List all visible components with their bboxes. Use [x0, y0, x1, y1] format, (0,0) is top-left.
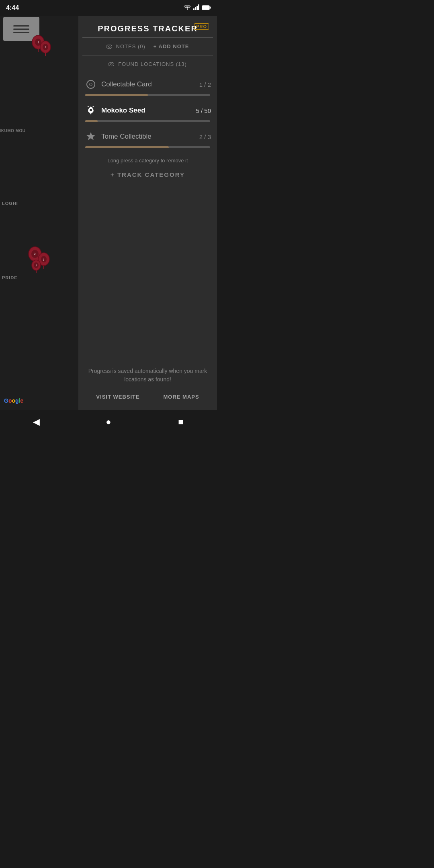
google-logo: Google — [4, 397, 23, 404]
map-pin-cluster-2: ♪ ♪ ♪ — [26, 245, 52, 277]
progress-bar-fill-collectable-card — [85, 94, 148, 96]
track-category-button[interactable]: + TRACK CATEGORY — [78, 166, 217, 184]
svg-rect-2 — [197, 6, 198, 10]
progress-bar-fill-mokoko-seed — [85, 120, 98, 122]
recent-apps-button[interactable]: ■ — [173, 414, 189, 430]
svg-text:♪: ♪ — [37, 40, 39, 44]
back-button[interactable]: ◀ — [28, 414, 44, 430]
tome-collectible-icon — [84, 130, 97, 143]
navigation-bar: ◀ ● ■ — [0, 410, 217, 434]
progress-bar-bg-mokoko-seed — [85, 120, 210, 122]
category-item-tome-collectible[interactable]: Tome Collectible 2 / 3 — [78, 125, 217, 151]
found-locations-row[interactable]: FOUND LOCATIONS (13) — [78, 55, 217, 73]
map-label-middle: LOGHI — [2, 201, 18, 206]
category-row-tome: Tome Collectible 2 / 3 — [84, 130, 211, 143]
map-label-top: NKUMO MOU — [0, 129, 25, 133]
visit-website-button[interactable]: VISIT WEBSITE — [92, 392, 143, 402]
svg-text:♪: ♪ — [43, 257, 45, 262]
svg-text:♪: ♪ — [35, 263, 37, 267]
add-note-button[interactable]: + ADD NOTE — [154, 43, 189, 49]
eye-icon-2 — [108, 62, 114, 66]
svg-rect-0 — [193, 8, 194, 10]
notes-row: NOTES (0) + ADD NOTE — [78, 38, 217, 55]
hint-text: Long press a category to remove it — [78, 151, 217, 166]
svg-rect-1 — [195, 7, 196, 10]
pro-badge: PRO — [194, 23, 209, 30]
category-name-tome-collectible: Tome Collectible — [101, 133, 199, 141]
progress-tracker-panel: PROGRESS TRACKER PRO NOTES (0) + ADD NOT… — [78, 16, 217, 410]
notes-label[interactable]: NOTES (0) — [106, 43, 145, 49]
svg-text:♪: ♪ — [34, 251, 36, 256]
panel-header: PROGRESS TRACKER PRO — [78, 16, 217, 37]
category-name-mokoko-seed: Mokoko Seed — [101, 106, 196, 115]
svg-rect-4 — [202, 6, 209, 10]
mokoko-seed-icon — [84, 104, 97, 117]
wifi-icon — [184, 4, 191, 12]
hamburger-line-1 — [13, 25, 29, 27]
bottom-buttons: VISIT WEBSITE MORE MAPS — [84, 392, 211, 402]
category-count-tome-collectible: 2 / 3 — [199, 133, 211, 140]
svg-rect-5 — [210, 7, 211, 9]
auto-save-text: Progress is saved automatically when you… — [84, 367, 211, 384]
eye-icon — [106, 45, 112, 49]
svg-marker-26 — [86, 132, 95, 140]
category-item-collectable-card[interactable]: Collectable Card 1 / 2 — [78, 73, 217, 99]
category-count-mokoko-seed: 5 / 50 — [196, 107, 211, 114]
collectable-card-icon — [84, 78, 97, 91]
hamburger-line-2 — [13, 29, 29, 30]
category-row: Collectable Card 1 / 2 — [84, 78, 211, 91]
svg-text:♪: ♪ — [45, 45, 47, 49]
category-row-mokoko: Mokoko Seed 5 / 50 — [84, 104, 211, 117]
svg-point-24 — [111, 63, 112, 65]
category-count-collectable-card: 1 / 2 — [199, 81, 211, 88]
svg-rect-3 — [198, 4, 199, 10]
home-button[interactable]: ● — [100, 414, 117, 430]
svg-point-21 — [106, 45, 112, 49]
battery-icon — [202, 4, 211, 12]
panel-title: PROGRESS TRACKER — [98, 24, 198, 33]
category-name-collectable-card: Collectable Card — [101, 80, 199, 88]
more-maps-button[interactable]: MORE MAPS — [159, 392, 203, 402]
progress-bar-bg-collectable-card — [85, 94, 210, 96]
status-bar: 4:44 — [0, 0, 217, 16]
map-pin-cluster-1: ♪ ♪ — [30, 34, 52, 62]
svg-point-23 — [108, 62, 114, 66]
found-locations-label: FOUND LOCATIONS (13) — [108, 61, 187, 67]
category-item-mokoko-seed[interactable]: Mokoko Seed 5 / 50 — [78, 99, 217, 125]
svg-point-25 — [90, 109, 92, 111]
map-label-pride: PRIDE — [2, 275, 18, 280]
bottom-info: Progress is saved automatically when you… — [78, 359, 217, 410]
hamburger-line-3 — [13, 32, 29, 33]
status-time: 4:44 — [6, 4, 19, 12]
progress-bar-bg-tome-collectible — [85, 146, 210, 148]
map-bg-inner — [0, 0, 78, 434]
status-icons — [184, 4, 211, 12]
map-background: ♪ ♪ NKUMO MOU LOGHI ♪ ♪ ♪ — [0, 0, 78, 434]
signal-icon — [193, 4, 200, 12]
svg-point-22 — [108, 46, 110, 47]
progress-bar-fill-tome-collectible — [85, 146, 169, 148]
